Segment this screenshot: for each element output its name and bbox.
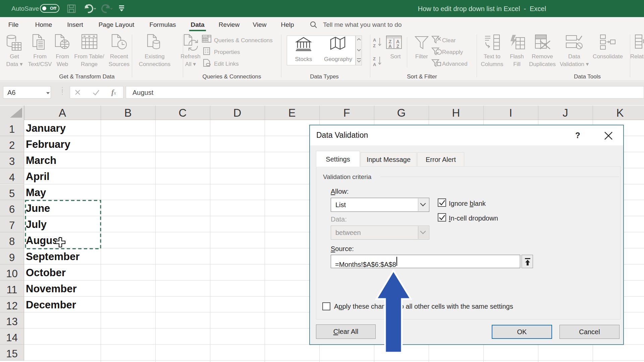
svg-text:A: A [388, 44, 392, 49]
svg-text:Z: Z [396, 44, 399, 49]
svg-text:A: A [373, 62, 376, 67]
svg-text:Z: Z [373, 43, 376, 48]
svg-text:A: A [373, 38, 376, 43]
svg-text:Z: Z [373, 56, 376, 61]
